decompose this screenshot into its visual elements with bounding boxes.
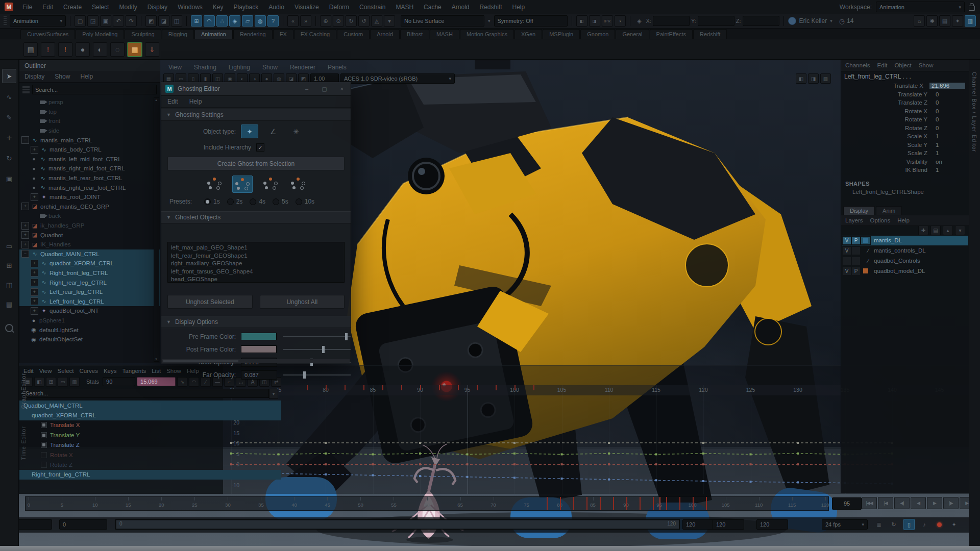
layer-editor-menu-item[interactable]: Help <box>897 217 910 223</box>
menu-set-dropdown[interactable]: Animation ▾ <box>10 15 66 27</box>
ghosting-editor-menu-item[interactable]: Help <box>189 98 202 105</box>
channel-box-menu-item[interactable]: Channels <box>845 62 870 68</box>
outliner-item[interactable]: − ∿ mantis_main_CTRL <box>19 135 160 145</box>
ghosted-object-item[interactable]: right_maxillary_GEOShape <box>171 260 341 268</box>
slider-handle[interactable] <box>322 346 325 353</box>
expand-toggle-icon[interactable]: + <box>21 203 29 210</box>
new-layer-selected-icon[interactable]: ▤ <box>930 226 941 235</box>
snap-plane-icon[interactable]: ▱ <box>242 15 253 27</box>
display-options-header[interactable]: ▼ Display Options <box>161 316 351 328</box>
preset-radio-option[interactable]: 2s <box>220 198 243 205</box>
shelf-tab[interactable]: Motion Graphics <box>460 29 514 39</box>
create-ghost-button[interactable]: Create Ghost from Selection <box>167 157 345 170</box>
layer-playback-toggle[interactable] <box>851 257 861 265</box>
attribute-label[interactable]: Rotate Y <box>841 116 934 122</box>
outliner-item[interactable]: + ✦ mantis_root_JOINT <box>19 192 160 202</box>
shelf-tab[interactable]: Bifrost <box>400 29 429 39</box>
attribute-label[interactable]: Translate Y <box>841 91 934 97</box>
preset-radio-option[interactable]: 4s <box>242 198 265 205</box>
auto-key-icon[interactable] <box>934 519 944 530</box>
open-scene-icon[interactable]: ◲ <box>87 15 99 27</box>
layer-visibility-toggle[interactable]: V <box>842 246 851 255</box>
menubar-item[interactable]: Help <box>507 4 530 11</box>
slider-handle[interactable] <box>345 333 348 340</box>
viewport-menu-item[interactable]: Panels <box>323 64 352 71</box>
option-slider[interactable] <box>283 349 351 350</box>
expand-toggle-icon[interactable]: + <box>31 146 38 154</box>
channel-checkbox[interactable] <box>41 422 47 428</box>
display-layer-row[interactable]: V P quadbot_model_DL <box>842 266 968 276</box>
ipr-render-icon[interactable]: IPR <box>602 15 613 27</box>
timeline-keyframe-tick[interactable] <box>613 497 614 510</box>
loop-icon[interactable]: ↻ <box>889 519 899 530</box>
timeline-keyframe-tick[interactable] <box>666 497 667 510</box>
ge-insert-key-icon[interactable]: ◧ <box>34 377 44 387</box>
shelf-keydot-icon[interactable]: ● <box>76 42 90 57</box>
shelf-tab[interactable]: Curves/Surfaces <box>20 29 75 39</box>
symmetry-field[interactable]: Symmetry: Off <box>494 15 568 27</box>
time-slider[interactable]: 0510152025303540455055606570758085909510… <box>25 496 829 511</box>
outliner-item[interactable]: ● ∿ mantis_right_mid_foot_CTRL <box>19 164 160 173</box>
menubar-item[interactable]: Audio <box>263 4 289 11</box>
shelf-tab[interactable]: Rigging <box>162 29 194 39</box>
step-forward-frame-button[interactable]: |▶ <box>943 497 959 509</box>
outliner-item[interactable]: + ◪ IK_Handles <box>19 240 160 249</box>
color-swatch[interactable] <box>241 345 277 353</box>
playback-start-field[interactable]: 0 <box>59 519 107 530</box>
unghost-selected-button[interactable]: Unghost Selected <box>167 295 253 309</box>
bookmark-icon[interactable]: ▯ <box>903 519 915 530</box>
channel-box-menu-item[interactable]: Edit <box>877 62 888 68</box>
menubar-item[interactable]: Modify <box>114 4 142 11</box>
menubar-item[interactable]: Select <box>87 4 114 11</box>
channel-box-sidebar-tab[interactable]: Channel Box / Layer Editor <box>971 72 977 152</box>
viewport-menu-item[interactable]: Show <box>257 64 283 71</box>
expand-toggle-icon[interactable]: + <box>31 288 38 296</box>
shelf-bake-icon[interactable]: ⇓ <box>145 42 159 57</box>
opacity-value-field[interactable]: 0.087 <box>241 370 277 380</box>
outliner-menu-item[interactable]: Show <box>55 73 70 80</box>
toolbar-grip[interactable] <box>4 16 7 26</box>
maximize-icon[interactable]: ▢ <box>322 86 327 92</box>
scale-tool-icon[interactable]: ▣ <box>3 172 16 185</box>
channel-checkbox[interactable] <box>41 432 47 438</box>
attribute-value-field[interactable]: 0 <box>934 91 969 97</box>
layer-type-icon[interactable]: ∕ <box>861 246 871 255</box>
expand-toggle-icon[interactable]: + <box>31 307 38 315</box>
render-settings-icon[interactable]: ◑ <box>615 15 626 27</box>
expand-toggle-icon[interactable]: + <box>31 193 38 201</box>
zoom-tool-icon[interactable] <box>5 324 13 332</box>
expand-toggle-icon[interactable] <box>31 118 37 124</box>
step-back-key-button[interactable]: |◀ <box>878 497 893 509</box>
timeline-keyframe-tick[interactable] <box>653 497 654 510</box>
menubar-item[interactable]: Arnold <box>447 4 475 11</box>
pivot-icon[interactable]: ⊕ <box>320 15 331 27</box>
expand-toggle-icon[interactable] <box>21 317 28 323</box>
go-to-start-button[interactable]: |◀◀ <box>862 497 877 509</box>
expand-toggle-icon[interactable]: − <box>21 250 29 258</box>
move-tool-icon[interactable]: ✛ <box>3 131 16 144</box>
outliner-item[interactable]: + ◪ Quadbot <box>19 230 160 240</box>
colorspace-dropdown[interactable]: ACES 1.0 SDR-video (sRGB) ▾ <box>340 73 455 84</box>
attribute-label[interactable]: Translate Z <box>841 99 934 106</box>
preset-radio-option[interactable]: 1s <box>197 198 220 205</box>
viewport-menu-item[interactable]: View <box>163 64 187 71</box>
new-layer-icon[interactable]: ✚ <box>918 226 928 235</box>
snap-point-icon[interactable]: ∴ <box>216 15 228 27</box>
shelf-tab[interactable]: PaintEffects <box>650 29 693 39</box>
attribute-label[interactable]: Translate X <box>841 83 929 89</box>
window-scrollbar[interactable] <box>162 359 350 363</box>
layer-name[interactable]: quadbot_model_DL <box>871 268 925 274</box>
shelf-tab[interactable]: MSPlugin <box>543 29 580 39</box>
chevron-down-icon[interactable]: ▾ <box>488 18 491 23</box>
save-scene-icon[interactable]: ▣ <box>100 15 111 27</box>
expand-toggle-icon[interactable]: + <box>21 222 29 230</box>
select-hierarchy-icon[interactable]: ◩ <box>145 15 157 27</box>
range-slider[interactable]: 0 120 <box>115 519 680 530</box>
outliner-item[interactable]: + ∿ mantis_body_CTRL <box>19 145 160 155</box>
snap-more-icon[interactable]: ? <box>267 15 279 27</box>
slider-handle[interactable] <box>303 371 306 379</box>
layer-type-icon[interactable]: ∕ <box>861 257 871 265</box>
outliner-item[interactable]: + ∿ Right_front_leg_CTRL <box>19 268 160 278</box>
layer-type-icon[interactable] <box>861 236 871 245</box>
channel-box-menu-item[interactable]: Show <box>919 62 934 68</box>
